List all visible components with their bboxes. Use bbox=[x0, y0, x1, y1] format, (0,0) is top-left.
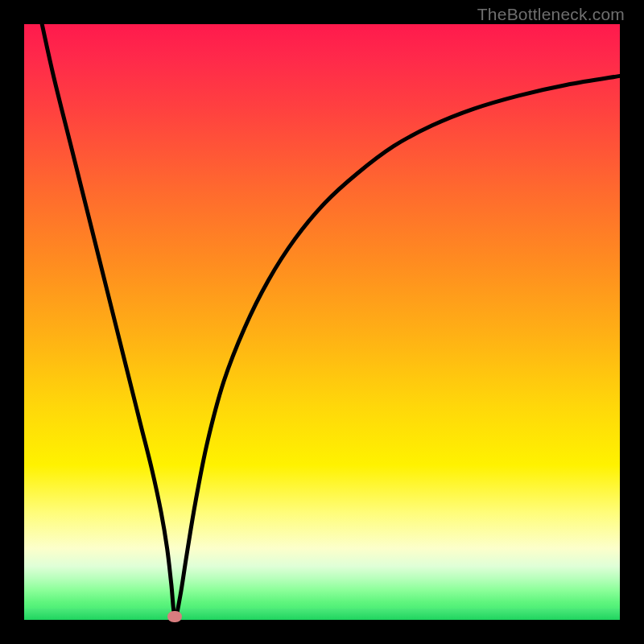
chart-frame bbox=[24, 24, 620, 620]
chart-curve-svg bbox=[24, 24, 620, 620]
chart-current-point-icon bbox=[167, 611, 182, 622]
chart-curve bbox=[42, 24, 620, 617]
watermark-text: TheBottleneck.com bbox=[477, 5, 625, 24]
